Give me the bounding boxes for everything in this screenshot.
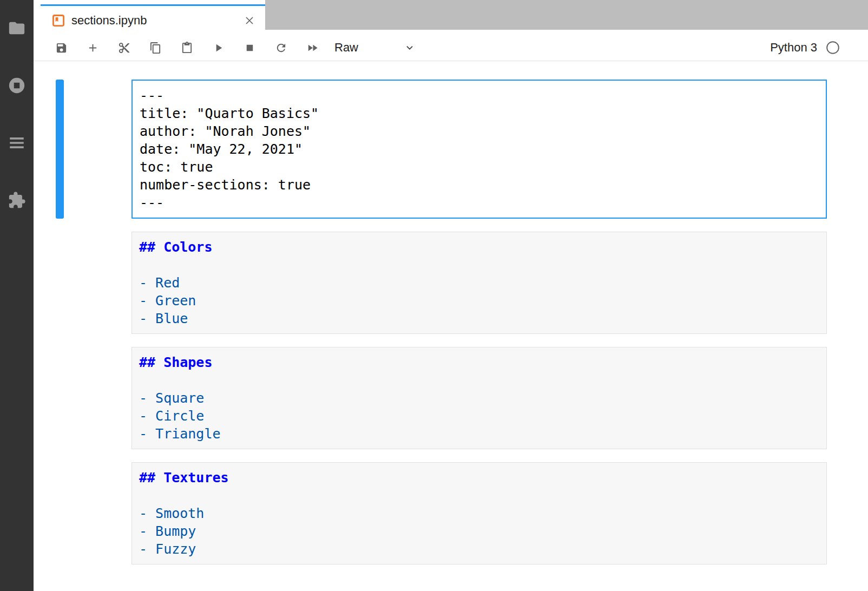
tab-bar-background bbox=[265, 0, 868, 30]
tab-title: sections.ipynb bbox=[71, 14, 147, 28]
activity-sidebar bbox=[0, 0, 34, 591]
kernel-area: Python 3 bbox=[770, 41, 840, 55]
plus-icon bbox=[87, 42, 99, 54]
code-line: - Bumpy bbox=[139, 522, 819, 540]
cut-cells-button[interactable] bbox=[108, 37, 140, 58]
notebook-cells: ---title: "Quarto Basics"author: "Norah … bbox=[34, 61, 868, 591]
notebook-cell-raw[interactable]: ---title: "Quarto Basics"author: "Norah … bbox=[34, 80, 868, 219]
run-cell-button[interactable] bbox=[202, 37, 234, 58]
sidebar-item-file-browser[interactable] bbox=[7, 18, 27, 38]
notebook-toolbar: Raw Python 3 bbox=[34, 35, 868, 61]
cell-editor[interactable]: ---title: "Quarto Basics"author: "Norah … bbox=[131, 80, 827, 219]
cell-collapser[interactable] bbox=[56, 347, 64, 449]
cell-source: ## Colors - Red- Green- Blue bbox=[132, 232, 826, 333]
sidebar-item-running-sessions[interactable] bbox=[7, 76, 27, 95]
cell-source: ## Textures - Smooth- Bumpy- Fuzzy bbox=[132, 463, 826, 564]
code-line: ## Shapes bbox=[139, 353, 819, 371]
code-line: author: "Norah Jones" bbox=[140, 122, 819, 140]
code-line: --- bbox=[140, 194, 819, 212]
cell-type-dropdown[interactable]: Raw bbox=[332, 37, 418, 58]
kernel-status-icon[interactable] bbox=[826, 41, 840, 55]
jupyterlab-app: sections.ipynb Raw Python 3 ---title: "Q… bbox=[0, 0, 868, 591]
kernel-name[interactable]: Python 3 bbox=[770, 41, 817, 55]
copy-cells-button[interactable] bbox=[140, 37, 171, 58]
notebook-icon bbox=[51, 14, 65, 28]
notebook-cell-markdown[interactable]: ## Shapes - Square- Circle- Triangle bbox=[34, 347, 868, 449]
cell-collapser[interactable] bbox=[56, 462, 64, 564]
code-line: ## Colors bbox=[139, 238, 819, 256]
restart-run-all-button[interactable] bbox=[297, 37, 328, 58]
list-icon bbox=[8, 134, 26, 152]
sidebar-item-table-of-contents[interactable] bbox=[7, 133, 27, 153]
puzzle-icon bbox=[8, 191, 26, 209]
save-button[interactable] bbox=[45, 37, 77, 58]
code-line: toc: true bbox=[140, 158, 819, 176]
code-line: - Red bbox=[139, 274, 819, 292]
code-line: number-sections: true bbox=[140, 176, 819, 194]
code-line: - Triangle bbox=[139, 425, 819, 443]
cell-editor[interactable]: ## Textures - Smooth- Bumpy- Fuzzy bbox=[131, 462, 827, 564]
code-line: - Smooth bbox=[139, 504, 819, 522]
code-line: title: "Quarto Basics" bbox=[140, 104, 819, 122]
code-line: - Blue bbox=[139, 310, 819, 327]
code-line bbox=[139, 371, 819, 389]
cell-editor[interactable]: ## Colors - Red- Green- Blue bbox=[131, 232, 827, 334]
close-icon[interactable] bbox=[241, 12, 258, 29]
insert-cell-button[interactable] bbox=[77, 37, 108, 58]
restart-icon bbox=[275, 42, 287, 54]
code-line: - Fuzzy bbox=[139, 540, 819, 558]
code-line: --- bbox=[140, 87, 819, 104]
tab-bar: sections.ipynb bbox=[34, 0, 868, 35]
notebook-cell-markdown[interactable]: ## Textures - Smooth- Bumpy- Fuzzy bbox=[34, 462, 868, 564]
main-area: sections.ipynb Raw Python 3 ---title: "Q… bbox=[34, 0, 868, 591]
restart-kernel-button[interactable] bbox=[265, 37, 297, 58]
copy-icon bbox=[149, 42, 162, 54]
cell-collapser[interactable] bbox=[56, 232, 64, 334]
play-icon bbox=[212, 42, 225, 54]
save-icon bbox=[55, 42, 68, 54]
cell-collapser[interactable] bbox=[56, 80, 64, 219]
code-line bbox=[139, 487, 819, 504]
toolbar-buttons bbox=[45, 37, 328, 58]
notebook-cell-markdown[interactable]: ## Colors - Red- Green- Blue bbox=[34, 232, 868, 334]
fast-forward-icon bbox=[306, 42, 319, 54]
code-line: - Square bbox=[139, 389, 819, 407]
scissors-icon bbox=[118, 42, 130, 54]
chevron-down-icon bbox=[404, 42, 416, 54]
cell-editor[interactable]: ## Shapes - Square- Circle- Triangle bbox=[131, 347, 827, 449]
code-line: - Green bbox=[139, 292, 819, 310]
code-line bbox=[139, 256, 819, 274]
folder-icon bbox=[8, 19, 26, 37]
cell-source: ## Shapes - Square- Circle- Triangle bbox=[132, 347, 826, 449]
tab-sections-ipynb[interactable]: sections.ipynb bbox=[41, 4, 265, 35]
code-line: ## Textures bbox=[139, 469, 819, 487]
paste-icon bbox=[181, 42, 193, 54]
code-line: - Circle bbox=[139, 407, 819, 425]
stop-icon bbox=[244, 42, 256, 54]
cell-source: ---title: "Quarto Basics"author: "Norah … bbox=[133, 81, 826, 218]
cell-type-value: Raw bbox=[334, 41, 358, 55]
paste-cells-button[interactable] bbox=[171, 37, 202, 58]
code-line: date: "May 22, 2021" bbox=[140, 140, 819, 158]
stop-circle-icon bbox=[8, 76, 26, 95]
interrupt-kernel-button[interactable] bbox=[234, 37, 265, 58]
sidebar-item-extensions[interactable] bbox=[7, 191, 27, 210]
